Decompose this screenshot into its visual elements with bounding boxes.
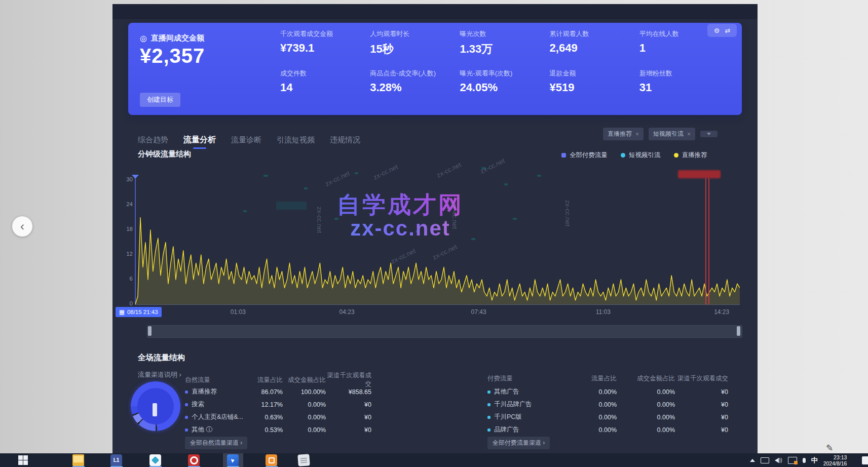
donut-label-mark xyxy=(153,403,157,416)
metric-cell: 平均在线人数1 xyxy=(639,29,729,67)
column-header: 流量占比 xyxy=(253,376,283,384)
all-paid-channels-link[interactable]: 全部付费流量渠道 › xyxy=(487,437,550,449)
metrics-grid: 千次观看成交金额¥739.1 人均观看时长15秒 曝光次数1.33万 累计观看人… xyxy=(280,29,729,106)
slider-handle-right[interactable] xyxy=(737,326,740,336)
artifact-speck xyxy=(481,167,486,169)
target-icon: ◎ xyxy=(140,33,147,43)
artifact-speck xyxy=(471,238,475,240)
orange-logo xyxy=(269,457,275,463)
pointer-app-icon[interactable] xyxy=(227,454,239,466)
x-tick: 14:23 xyxy=(714,308,729,316)
series-dot xyxy=(487,416,490,419)
series-dot xyxy=(487,429,490,432)
artifact-speck xyxy=(276,202,307,210)
notification-icon[interactable]: 3 xyxy=(862,456,868,464)
table-row[interactable]: 其他 ⓘ 0.53% 0.00% ¥0 xyxy=(185,423,371,436)
start-button[interactable] xyxy=(18,455,28,465)
legend-item-liverec[interactable]: 直播推荐 xyxy=(674,151,707,160)
filter-tag-live-recommend[interactable]: 直播推荐 × xyxy=(603,128,644,140)
metric-cell: 退款金额¥519 xyxy=(550,69,639,106)
table-row[interactable]: 个人主页&店铺&... 0.63% 0.00% ¥0 xyxy=(185,411,371,423)
table-row[interactable]: 千川PC版 0.00% 0.00% ¥0 xyxy=(487,411,728,423)
metric-cell: 曝光次数1.33万 xyxy=(460,29,549,67)
system-tray: )) 中 23:13 2024/8/16 3 xyxy=(750,453,868,467)
gmv-value: ¥2,357 xyxy=(140,45,205,67)
artifact-speck xyxy=(355,172,358,174)
metric-cell: 成交件数14 xyxy=(280,69,370,106)
column-header: 渠道千次观看成交 xyxy=(675,374,728,383)
close-icon[interactable]: × xyxy=(635,131,639,138)
orange-app-icon[interactable] xyxy=(266,454,277,466)
y-tick: 24 xyxy=(118,201,133,207)
artifact-speck xyxy=(263,175,268,177)
column-header: 渠道千次观看成交 xyxy=(326,371,371,388)
y-tick: 30 xyxy=(118,176,133,182)
legend-swatch-1 xyxy=(621,153,625,158)
column-header: 付费流量 xyxy=(487,374,569,383)
x-start-chip[interactable]: ▦ 08/15 21:43 xyxy=(116,307,162,317)
close-icon[interactable]: × xyxy=(687,131,691,138)
carousel-prev-button[interactable]: ‹ xyxy=(12,216,32,237)
artifact-speck xyxy=(504,183,508,185)
table-row[interactable]: 千川品牌广告 0.00% 0.00% ¥0 xyxy=(487,398,728,411)
legend-item-shortvideo[interactable]: 短视频引流 xyxy=(621,151,661,160)
all-natural-channels-link[interactable]: 全部自然流量渠道 › xyxy=(185,437,247,449)
red-o-app-icon[interactable] xyxy=(188,454,200,466)
filter-tag-row: 直播推荐 × 短视频引流 × xyxy=(603,128,718,140)
docs-app-icon[interactable] xyxy=(149,454,161,466)
slider-handle-left[interactable] xyxy=(148,326,152,336)
notepad-app-icon[interactable] xyxy=(297,454,310,466)
red-marker-line xyxy=(705,178,706,305)
clock[interactable]: 23:13 2024/8/16 xyxy=(823,454,847,466)
chevron-down-icon xyxy=(707,133,711,135)
metric-cell: 累计观看人数2,649 xyxy=(550,29,639,67)
session-traffic-title: 全场流量结构 xyxy=(138,353,185,363)
l1-app-icon[interactable]: L1 xyxy=(110,454,122,466)
tab-overall-trend[interactable]: 综合趋势 xyxy=(138,135,168,145)
network-icon[interactable] xyxy=(761,457,769,463)
artifact-speck xyxy=(334,218,338,220)
series-dot xyxy=(185,391,188,394)
filter-tag-short-video[interactable]: 短视频引流 × xyxy=(649,128,695,140)
grid-icon: ▦ xyxy=(119,308,125,316)
tab-traffic-analysis[interactable]: 流量分析 xyxy=(183,135,216,145)
legend-item-paid[interactable]: 全部付费流量 xyxy=(561,151,608,160)
chevron-up-icon[interactable] xyxy=(750,459,755,462)
tab-violations[interactable]: 违规情况 xyxy=(330,135,360,145)
tab-short-video[interactable]: 引流短视频 xyxy=(277,135,315,145)
analysis-tabs: 综合趋势 流量分析 流量诊断 引流短视频 违规情况 xyxy=(138,133,360,147)
artifact-speck xyxy=(537,175,541,177)
table-row[interactable]: 搜索 12.17% 0.00% ¥0 xyxy=(185,398,371,411)
metric-cell: 曝光-观看率(次数)24.05% xyxy=(460,69,549,106)
red-marker-line xyxy=(708,178,709,305)
y-tick: 6 xyxy=(118,276,133,282)
x-tick: 01:03 xyxy=(231,308,246,316)
traffic-line-chart xyxy=(135,180,740,304)
tab-traffic-diagnosis[interactable]: 流量诊断 xyxy=(231,135,261,145)
desktop-screenshot: ◎ 直播间成交金额 ¥2,357 创建目标 ⚙ ⇄ 千次观看成交金额¥739.1… xyxy=(0,0,868,467)
filter-dropdown-button[interactable] xyxy=(700,131,718,137)
column-header: 自然流量 xyxy=(185,376,253,384)
table-row[interactable]: 其他广告 0.00% 0.00% ¥0 xyxy=(487,385,728,398)
metric-cell: 新增粉丝数31 xyxy=(639,69,729,106)
pencil-icon[interactable]: ✎ xyxy=(826,443,833,453)
clock-time: 23:13 xyxy=(823,454,847,460)
metric-cell: 人均观看时长15秒 xyxy=(370,29,460,67)
create-goal-button[interactable]: 创建目标 xyxy=(140,93,180,107)
channel-explain-link[interactable]: 流量渠道说明 › xyxy=(138,370,181,379)
x-axis-line xyxy=(135,304,740,305)
natural-traffic-table: 自然流量 流量占比 成交金额占比 渠道千次观看成交 直播推荐 86.07% 10… xyxy=(185,371,371,436)
series-dot xyxy=(185,429,188,432)
table-row[interactable]: 品牌广告 0.00% 0.00% ¥0 xyxy=(487,423,728,436)
volume-icon[interactable]: )) xyxy=(775,457,782,463)
screenshot-icon[interactable] xyxy=(788,457,797,464)
microphone-icon[interactable] xyxy=(803,458,806,463)
file-explorer-icon[interactable] xyxy=(72,454,84,466)
chart-range-slider[interactable] xyxy=(147,325,742,338)
x-tick: 04:23 xyxy=(339,308,355,316)
pointer-logo xyxy=(231,458,235,463)
banner-title-label: 直播间成交金额 xyxy=(151,33,204,43)
windows-taskbar xyxy=(0,453,868,467)
x-tick: 11:03 xyxy=(596,308,611,316)
ime-indicator[interactable]: 中 xyxy=(811,456,818,465)
